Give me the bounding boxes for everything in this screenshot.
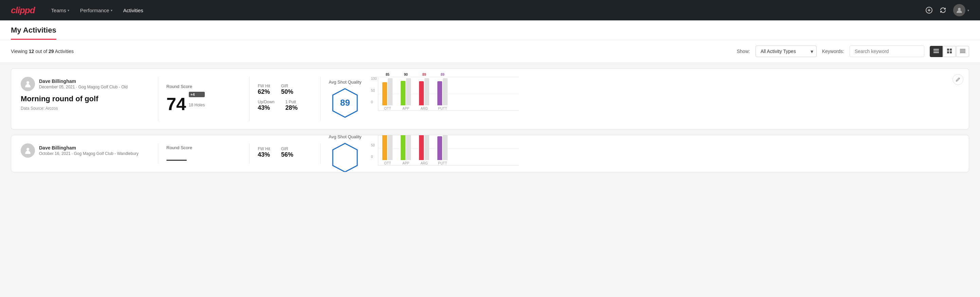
search-input[interactable] — [850, 46, 924, 57]
y-axis-2: 100 50 0 — [371, 135, 377, 166]
score-number: 74 — [166, 95, 186, 113]
chevron-down-icon: ▾ — [111, 8, 112, 12]
nav-activities[interactable]: Activities — [123, 5, 143, 16]
gir-stat: GIR 50% — [281, 84, 293, 96]
card-left: Dave Billingham December 05, 2021 · Gog … — [21, 77, 150, 121]
round-title: Morning round of golf — [21, 94, 140, 103]
main-content: Dave Billingham December 05, 2021 · Gog … — [0, 68, 980, 188]
view-compact-button[interactable] — [956, 46, 969, 57]
stats-section-2: FW Hit 43% GIR 56% — [258, 144, 312, 164]
card-divider — [249, 77, 250, 121]
score-display: 74 +4 18 Holes — [166, 92, 233, 113]
fw-hit-stat: FW Hit 62% — [258, 84, 270, 96]
score-section: Round Score 74 +4 18 Holes — [166, 77, 241, 121]
data-source: Data Source: Arccos — [21, 106, 140, 111]
user-info: Dave Billingham December 05, 2021 · Gog … — [21, 77, 140, 91]
svg-rect-10 — [950, 51, 952, 53]
navbar: clippd Teams ▾ Performance ▾ Activities — [0, 0, 980, 21]
y-axis: 100 50 0 — [371, 77, 377, 111]
svg-point-17 — [27, 148, 29, 150]
nav-performance[interactable]: Performance ▾ — [80, 5, 112, 16]
nav-activities-label: Activities — [123, 8, 143, 13]
round-score-label: Round Score — [166, 84, 233, 89]
svg-rect-7 — [947, 49, 949, 51]
user-info-2: Dave Billingham October 16, 2021 · Gog M… — [21, 144, 140, 158]
bar-chart: 100 50 0 85 — [371, 77, 519, 121]
add-button[interactable] — [925, 6, 933, 14]
gir-stat-2: GIR 56% — [281, 147, 293, 158]
view-grid-button[interactable] — [943, 46, 956, 57]
nav-teams[interactable]: Teams ▾ — [51, 5, 69, 16]
activity-card: Dave Billingham December 05, 2021 · Gog … — [11, 68, 969, 129]
refresh-button[interactable] — [940, 7, 947, 14]
hexagon-wrapper-2: Avg Shot Quality — [329, 135, 362, 172]
svg-rect-5 — [934, 51, 939, 51]
card-divider — [158, 77, 158, 121]
view-list-button[interactable] — [930, 46, 943, 57]
card-divider — [320, 77, 321, 121]
avg-shot-label: Avg Shot Quality — [329, 80, 362, 85]
hexagon: 89 — [331, 87, 359, 118]
activity-card-2: Dave Billingham October 16, 2021 · Gog M… — [11, 135, 969, 172]
user-name: Dave Billingham — [39, 78, 128, 84]
svg-rect-9 — [947, 51, 949, 53]
hexagon-value: 89 — [340, 97, 350, 108]
show-label: Show: — [737, 49, 750, 54]
view-toggle — [930, 46, 969, 57]
keywords-label: Keywords: — [822, 49, 844, 54]
round-score-label-2: Round Score — [166, 145, 233, 150]
svg-rect-14 — [960, 53, 966, 53]
chart-col-putt: 89 PUTT — [438, 78, 447, 110]
avatar — [953, 4, 966, 16]
svg-rect-13 — [960, 51, 966, 52]
stat-row: FW Hit 62% GIR 50% — [258, 84, 312, 96]
chart-col-arg-2: 106 ARG — [419, 135, 429, 165]
svg-rect-4 — [934, 49, 939, 50]
chart-col-putt-2: 87 PUTT — [438, 135, 447, 165]
svg-rect-6 — [934, 52, 939, 53]
updown-stat: Up/Down 43% — [258, 99, 274, 112]
activity-type-select[interactable]: All Activity Types — [756, 46, 817, 57]
app-logo: clippd — [11, 5, 35, 16]
bar-chart-2: 100 50 0 94 — [371, 135, 519, 172]
hexagon-2 — [331, 142, 359, 172]
svg-rect-11 — [960, 49, 966, 50]
user-name-2: Dave Billingham — [39, 145, 138, 150]
nav-teams-label: Teams — [51, 8, 66, 13]
edit-button[interactable] — [953, 74, 963, 85]
filter-bar: Viewing 12 out of 29 Activities Show: Al… — [0, 40, 980, 63]
card-divider-2b — [249, 144, 250, 164]
stat-row-2a: FW Hit 43% GIR 56% — [258, 147, 312, 158]
user-details-2: Dave Billingham October 16, 2021 · Gog M… — [39, 145, 138, 156]
chart-col-app-2: 93 APP — [401, 135, 411, 165]
hexagon-wrapper: Avg Shot Quality 89 — [329, 80, 362, 118]
page-title: My Activities — [11, 26, 56, 40]
chart-col-app: 90 APP — [401, 78, 411, 110]
svg-rect-12 — [960, 50, 966, 51]
score-display-2 — [166, 153, 233, 161]
svg-point-3 — [958, 8, 961, 11]
card-left-2: Dave Billingham October 16, 2021 · Gog M… — [21, 144, 150, 164]
avg-shot-label-2: Avg Shot Quality — [329, 135, 362, 139]
chart-col-ott: 85 OTT — [382, 78, 393, 110]
svg-point-15 — [27, 81, 29, 84]
score-section-2: Round Score — [166, 144, 241, 164]
card-divider-2 — [158, 144, 158, 164]
user-date: December 05, 2021 · Gog Magog Golf Club … — [39, 85, 128, 89]
chart-col-ott-2: 94 OTT — [382, 135, 393, 165]
user-date-2: October 16, 2021 · Gog Magog Golf Club -… — [39, 151, 138, 156]
chevron-down-icon: ▾ — [967, 8, 969, 12]
chart-col-arg: 89 ARG — [419, 78, 429, 110]
avatar-2 — [21, 144, 35, 158]
fw-hit-stat-2: FW Hit 43% — [258, 147, 270, 158]
svg-marker-18 — [333, 144, 357, 172]
score-holes: 18 Holes — [189, 103, 205, 110]
chevron-down-icon: ▾ — [68, 8, 69, 12]
quality-section: Avg Shot Quality 89 100 50 0 — [329, 77, 519, 121]
user-details: Dave Billingham December 05, 2021 · Gog … — [39, 78, 128, 89]
score-badge: +4 — [189, 92, 205, 97]
page-header: My Activities — [0, 21, 980, 40]
activity-type-select-wrapper[interactable]: All Activity Types — [756, 46, 817, 57]
card-divider-2c — [320, 144, 321, 164]
user-avatar-menu[interactable]: ▾ — [953, 4, 969, 16]
